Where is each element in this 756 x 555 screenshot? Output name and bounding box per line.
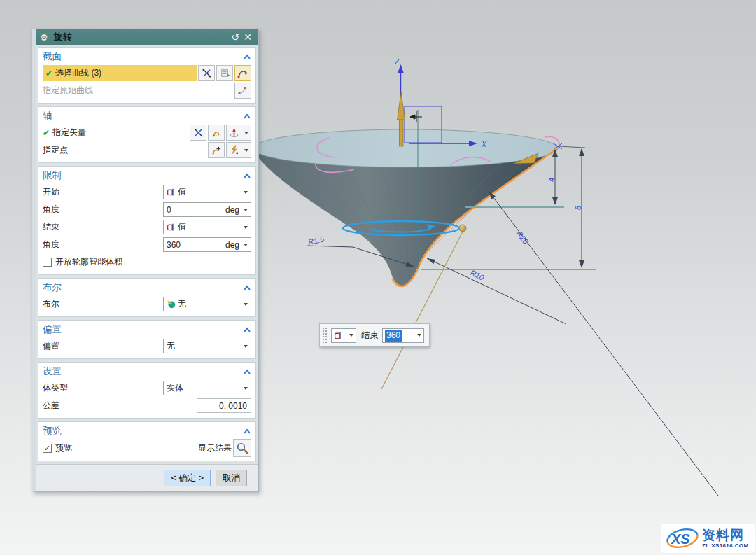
preview-title: 预览 [43, 425, 243, 437]
z-axis-label: Z [394, 57, 400, 66]
check-icon: ✔ [43, 128, 50, 138]
axis-header[interactable]: 轴 [43, 108, 251, 124]
dropdown-arrow [244, 149, 248, 152]
select-curve-label: 选择曲线 (3) [55, 67, 102, 79]
open-profile-checkbox[interactable] [43, 258, 52, 267]
select-curve-field[interactable]: ✔ 选择曲线 (3) [43, 65, 197, 81]
vector-dialog-button[interactable] [208, 125, 225, 141]
dropdown-arrow [417, 334, 421, 337]
boolean-label: 布尔 [43, 298, 163, 310]
boolean-dropdown[interactable]: 无 [163, 297, 251, 311]
point-type-dropdown[interactable] [226, 142, 251, 158]
curve-select-button[interactable] [234, 65, 251, 81]
show-result-button[interactable] [233, 439, 251, 457]
start-angle-label: 角度 [43, 204, 163, 216]
original-curve-icon [238, 85, 248, 96]
start-type-dropdown[interactable]: 值 [163, 185, 251, 199]
chevron-up-icon[interactable] [243, 428, 251, 434]
end-angle-unit: deg [225, 240, 239, 250]
ok-button[interactable]: < 确定 > [164, 470, 211, 486]
chevron-up-icon[interactable] [243, 327, 251, 332]
drag-handle-sphere[interactable] [459, 225, 466, 232]
chevron-up-icon[interactable] [243, 369, 251, 374]
limits-title: 限制 [43, 169, 243, 182]
boolean-block: 布尔 布尔 无 [38, 278, 256, 317]
revolved-solid-preview[interactable] [253, 129, 558, 286]
settings-block: 设置 体类型 实体 公差 0. 0010 [38, 362, 256, 419]
dialog-footer: < 确定 > 取消 [36, 464, 258, 491]
crossing-lines-icon [193, 127, 204, 138]
on-screen-input-toolbar: 结束 360 [319, 323, 430, 347]
revolve-dialog: ⚙ 旋转 ↺ ✕ 截面 ✔ 选择曲线 (3) [32, 29, 259, 492]
dropdown-arrow [244, 244, 248, 246]
gear-icon: ⚙ [40, 32, 48, 43]
crossing-lines-icon [202, 68, 212, 78]
dialog-titlebar[interactable]: ⚙ 旋转 ↺ ✕ [36, 29, 258, 45]
value-icon [167, 223, 176, 232]
settings-header[interactable]: 设置 [43, 364, 251, 379]
dropdown-arrow [244, 303, 248, 306]
cancel-button[interactable]: 取消 [216, 470, 247, 486]
reset-button[interactable]: ↺ [229, 31, 241, 43]
original-curve-button[interactable] [234, 83, 251, 99]
point-dialog-button[interactable] [208, 142, 225, 158]
lightning-icon [229, 145, 239, 155]
dropdown-arrow [244, 191, 248, 194]
preview-block: 预览 ✓ 预览 显示结果 [38, 421, 256, 461]
start-angle-field[interactable]: 0 deg [163, 202, 251, 217]
preview-header[interactable]: 预览 [43, 423, 251, 439]
watermark: XS 资料网 ZL.XS1616.COM [662, 524, 755, 553]
dropdown-arrow [244, 387, 248, 390]
close-button[interactable]: ✕ [241, 31, 254, 43]
offset-value: 无 [167, 340, 244, 352]
preview-checkbox[interactable]: ✓ [43, 444, 52, 453]
x-axis-label: X [481, 141, 486, 148]
axis-title: 轴 [43, 110, 243, 122]
dropdown-arrow [244, 226, 248, 229]
start-angle-value: 0 [167, 205, 225, 215]
boolean-title: 布尔 [43, 281, 243, 294]
vector-type-dropdown[interactable] [226, 125, 251, 141]
end-angle-label: 角度 [43, 239, 163, 251]
settings-title: 设置 [43, 365, 243, 378]
dim-r10-label: R10 [469, 268, 486, 282]
chevron-up-icon[interactable] [243, 54, 251, 59]
toolbar-drag-handle[interactable] [322, 327, 328, 344]
dim-8-label: 8 [574, 205, 582, 210]
dropdown-arrow [244, 209, 248, 211]
dropdown-arrow [244, 132, 248, 134]
end-label: 结束 [43, 221, 163, 233]
magnifier-icon [236, 442, 248, 454]
limit-type-dropdown[interactable] [331, 328, 356, 343]
chevron-up-icon[interactable] [243, 113, 251, 119]
value-icon [334, 331, 343, 340]
boolean-header[interactable]: 布尔 [43, 280, 251, 295]
offset-header[interactable]: 偏置 [43, 322, 251, 337]
limits-header[interactable]: 限制 [43, 168, 251, 183]
tolerance-field[interactable]: 0. 0010 [197, 398, 251, 413]
vector-crossing-button[interactable] [190, 125, 206, 141]
section-block: 截面 ✔ 选择曲线 (3) [38, 47, 256, 104]
offset-block: 偏置 偏置 无 [38, 320, 256, 359]
chevron-up-icon[interactable] [243, 173, 251, 178]
specify-original-curve-label: 指定原始曲线 [43, 85, 233, 97]
orange-hook-arrow-icon [211, 127, 222, 138]
curve-icon [237, 68, 248, 79]
funnel-top-face[interactable] [253, 129, 558, 167]
curve-list-button[interactable] [216, 65, 233, 81]
application-window: Z X [0, 0, 756, 555]
end-angle-inline-field[interactable]: 360 [382, 328, 424, 343]
offset-dropdown[interactable]: 无 [163, 339, 251, 353]
end-type-value: 值 [178, 221, 244, 233]
specify-point-label: 指定点 [43, 144, 206, 156]
end-angle-field[interactable]: 360 deg [163, 237, 251, 252]
crossing-lines-button[interactable] [198, 65, 215, 81]
limits-block: 限制 开始 值 角度 [38, 166, 256, 275]
curve-list-icon [220, 68, 230, 78]
section-header[interactable]: 截面 [43, 49, 251, 64]
boolean-none-icon [167, 300, 176, 309]
chevron-up-icon[interactable] [243, 285, 251, 290]
body-type-dropdown[interactable]: 实体 [163, 381, 251, 395]
dim-r15-label: R1.5 [307, 234, 326, 246]
end-type-dropdown[interactable]: 值 [163, 220, 251, 234]
